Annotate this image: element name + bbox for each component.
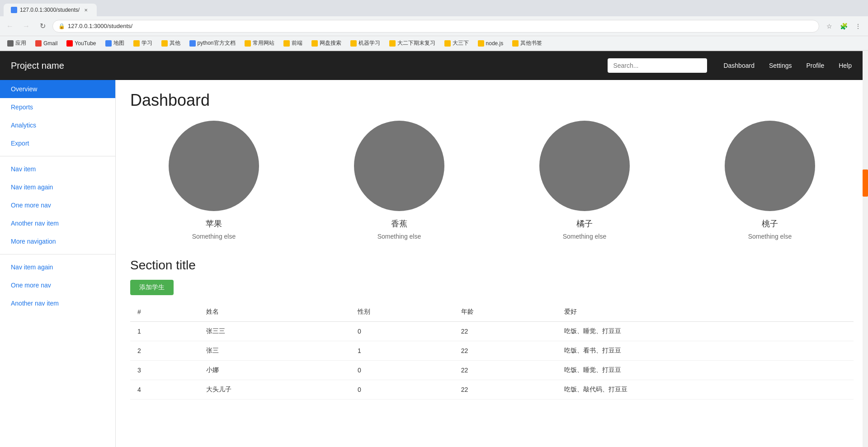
cell-age-2: 22 [454, 341, 557, 361]
card-title-apple: 苹果 [206, 218, 222, 229]
nodejs-icon [478, 40, 484, 47]
forward-button[interactable]: → [20, 20, 33, 33]
card-banana: 香蕉 Something else [316, 121, 483, 240]
bookmark-star-button[interactable]: ☆ [823, 20, 835, 33]
bookmark-frontend[interactable]: 前端 [280, 38, 306, 48]
table-header: # 姓名 性别 年龄 爱好 [130, 302, 854, 322]
bookmark-nodejs[interactable]: node.js [474, 39, 507, 48]
bookmark-exam-label: 大二下期末复习 [397, 39, 435, 47]
address-bar[interactable]: 🔒 127.0.0.1:3000/students/ [52, 20, 819, 33]
tab-title: 127.0.0.1:3000/students/ [20, 7, 80, 13]
card-circle-banana [354, 121, 444, 211]
cell-name-2: 张三 [199, 341, 350, 361]
bookmark-frontend-label: 前端 [292, 39, 302, 47]
back-button[interactable]: ← [4, 20, 16, 33]
bookmark-apps-label: 应用 [15, 39, 26, 47]
sidebar-item-one-more-nav-2[interactable]: One more nav [0, 276, 115, 294]
browser-actions: ☆ 🧩 ⋮ [823, 20, 864, 33]
sidebar-item-export[interactable]: Export [0, 134, 115, 152]
nav-settings[interactable]: Settings [764, 58, 797, 73]
card-subtitle-apple: Something else [192, 233, 236, 240]
cell-name-1: 张三三 [199, 322, 350, 341]
scrollbar-track [863, 51, 868, 447]
table-row: 4 大头儿子 0 22 吃饭、敲代码、打豆豆 [130, 380, 854, 400]
browser-chrome: 127.0.0.1:3000/students/ ✕ ← → ↻ 🔒 127.0… [0, 0, 868, 51]
search-input[interactable] [608, 58, 707, 73]
app-header: Project name Dashboard Settings Profile … [0, 51, 868, 80]
sidebar-item-navitem[interactable]: Nav item [0, 160, 115, 178]
card-subtitle-orange: Something else [563, 233, 607, 240]
bookmark-other[interactable]: 其他 [158, 38, 184, 48]
bookmark-study[interactable]: 学习 [130, 38, 156, 48]
refresh-button[interactable]: ↻ [36, 20, 49, 33]
col-header-age: 年龄 [454, 302, 557, 322]
scrollbar-thumb[interactable] [863, 169, 868, 197]
sidebar-item-reports[interactable]: Reports [0, 98, 115, 116]
bookmark-ml[interactable]: 机器学习 [347, 38, 384, 48]
card-apple: 苹果 Something else [130, 121, 297, 240]
menu-button[interactable]: ⋮ [852, 20, 864, 33]
sidebar-item-navitem-again-2[interactable]: Nav item again [0, 258, 115, 276]
header-nav: Dashboard Settings Profile Help [718, 58, 857, 73]
tab-close-button[interactable]: ✕ [82, 6, 90, 14]
bookmark-apps[interactable]: 应用 [4, 38, 30, 48]
card-title-banana: 香蕉 [391, 218, 407, 229]
cards-row: 苹果 Something else 香蕉 Something else 橘子 S… [130, 121, 854, 240]
sidebar-item-another-nav[interactable]: Another nav item [0, 214, 115, 232]
bookmark-youtube-label: YouTube [75, 40, 96, 47]
sidebar-item-overview[interactable]: Overview [0, 80, 115, 98]
card-circle-peach [725, 121, 815, 211]
table-row: 1 张三三 0 22 吃饭、睡觉、打豆豆 [130, 322, 854, 341]
bookmark-gmail-label: Gmail [43, 40, 57, 47]
exam-icon [389, 40, 396, 47]
col-header-gender: 性别 [350, 302, 454, 322]
bookmark-netdisk-label: 网盘搜索 [320, 39, 341, 47]
bookmark-common[interactable]: 常用网站 [241, 38, 278, 48]
sidebar-item-more-nav[interactable]: More navigation [0, 232, 115, 250]
bookmark-year3[interactable]: 大三下 [441, 38, 472, 48]
cell-id-4: 4 [130, 380, 199, 400]
app-wrapper: Project name Dashboard Settings Profile … [0, 51, 868, 447]
cell-hobbies-3: 吃饭、睡觉、打豆豆 [557, 361, 854, 380]
browser-tabs: 127.0.0.1:3000/students/ ✕ [0, 0, 868, 16]
bookmark-common-label: 常用网站 [253, 39, 274, 47]
sidebar-item-analytics[interactable]: Analytics [0, 116, 115, 134]
maps-icon [105, 40, 112, 47]
cell-gender-4: 0 [350, 380, 454, 400]
card-subtitle-banana: Something else [377, 233, 421, 240]
app-body: Overview Reports Analytics Export Nav it… [0, 80, 868, 447]
bookmark-study-label: 学习 [142, 39, 152, 47]
app-title: Project name [11, 61, 64, 71]
cell-id-1: 1 [130, 322, 199, 341]
col-header-id: # [130, 302, 199, 322]
tab-favicon [11, 7, 17, 13]
bookmark-exam[interactable]: 大二下期末复习 [386, 38, 439, 48]
nav-profile[interactable]: Profile [801, 58, 830, 73]
extensions-button[interactable]: 🧩 [837, 20, 850, 33]
sidebar-item-one-more-nav[interactable]: One more nav [0, 196, 115, 214]
bookmark-other-books[interactable]: 其他书签 [509, 38, 546, 48]
add-student-button[interactable]: 添加学生 [130, 280, 174, 295]
bookmark-netdisk[interactable]: 网盘搜索 [308, 38, 345, 48]
browser-toolbar: ← → ↻ 🔒 127.0.0.1:3000/students/ ☆ 🧩 ⋮ [0, 16, 868, 36]
gmail-icon [35, 40, 42, 47]
browser-tab-active[interactable]: 127.0.0.1:3000/students/ ✕ [4, 4, 97, 16]
sidebar-item-another-nav-2[interactable]: Another nav item [0, 294, 115, 312]
cell-name-3: 小娜 [199, 361, 350, 380]
bookmark-python[interactable]: python官方文档 [186, 38, 239, 48]
sidebar-item-navitem-again[interactable]: Nav item again [0, 178, 115, 196]
python-icon [189, 40, 196, 47]
bookmark-maps[interactable]: 地图 [102, 38, 128, 48]
cell-hobbies-2: 吃饭、看书、打豆豆 [557, 341, 854, 361]
nav-dashboard[interactable]: Dashboard [718, 58, 760, 73]
sidebar: Overview Reports Analytics Export Nav it… [0, 80, 116, 447]
youtube-icon [66, 40, 73, 47]
table-body: 1 张三三 0 22 吃饭、睡觉、打豆豆 2 张三 1 22 吃饭、看书、打豆豆 [130, 322, 854, 400]
cell-hobbies-4: 吃饭、敲代码、打豆豆 [557, 380, 854, 400]
bookmark-gmail[interactable]: Gmail [32, 39, 61, 48]
bookmark-year3-label: 大三下 [453, 39, 469, 47]
bookmark-youtube[interactable]: YouTube [63, 39, 99, 48]
apps-icon [7, 40, 14, 47]
table-header-row: # 姓名 性别 年龄 爱好 [130, 302, 854, 322]
nav-help[interactable]: Help [833, 58, 857, 73]
